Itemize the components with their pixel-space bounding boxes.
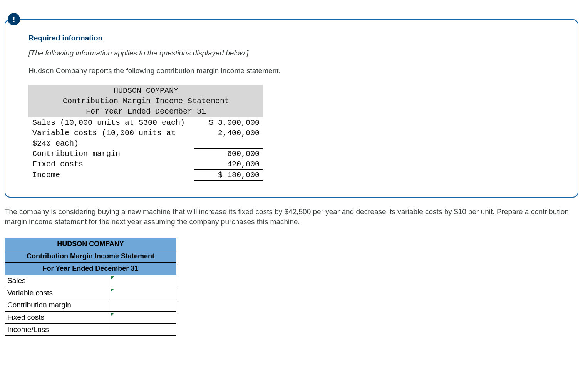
answer-row-label: Sales — [5, 275, 109, 287]
income-row-amount: 420,000 — [194, 159, 263, 170]
income-row-label: Contribution margin — [28, 149, 194, 159]
answer-row-label: Contribution margin — [5, 299, 109, 312]
income-row-label: Income — [28, 170, 194, 181]
income-row: Contribution margin 600,000 — [28, 149, 263, 159]
info-box: Required information [The following info… — [5, 19, 578, 198]
income-row-amount: 600,000 — [194, 149, 263, 159]
answer-row: Contribution margin — [5, 299, 176, 312]
answer-title: Contribution Margin Income Statement — [5, 250, 176, 262]
income-row-label: Sales (10,000 units at $300 each) — [28, 117, 194, 128]
income-row: Income $ 180,000 — [28, 170, 263, 181]
answer-table: HUDSON COMPANY Contribution Margin Incom… — [5, 238, 176, 336]
income-row-label: Variable costs (10,000 units at $240 eac… — [28, 128, 194, 149]
income-row-amount: 2,400,000 — [194, 128, 263, 149]
income-statement-header: HUDSON COMPANY Contribution Margin Incom… — [28, 85, 263, 117]
income-row: Fixed costs 420,000 — [28, 159, 263, 170]
answer-period: For Year Ended December 31 — [5, 262, 176, 275]
answer-row-label: Variable costs — [5, 287, 109, 299]
answer-input-fixed-costs[interactable] — [109, 311, 176, 323]
answer-row-label: Income/Loss — [5, 323, 109, 336]
income-row-amount: $ 180,000 — [194, 170, 263, 181]
required-information-heading: Required information — [28, 33, 558, 44]
income-row-label: Fixed costs — [28, 159, 194, 170]
answer-row: Variable costs — [5, 287, 176, 299]
answer-output-income-loss — [109, 323, 176, 336]
income-company: HUDSON COMPANY — [32, 85, 260, 96]
question-text: The company is considering buying a new … — [5, 207, 578, 226]
answer-row-label: Fixed costs — [5, 311, 109, 323]
answer-row: Sales — [5, 275, 176, 287]
income-row-amount: $ 3,000,000 — [194, 117, 263, 128]
answer-company: HUDSON COMPANY — [5, 238, 176, 250]
income-statement-table: HUDSON COMPANY Contribution Margin Incom… — [28, 85, 263, 182]
answer-row: Fixed costs — [5, 311, 176, 323]
answer-input-sales[interactable] — [109, 275, 176, 287]
intro-text: Hudson Company reports the following con… — [28, 66, 558, 76]
applies-note: [The following information applies to th… — [28, 48, 558, 59]
answer-output-contribution-margin — [109, 299, 176, 312]
info-badge-icon: ! — [8, 13, 20, 25]
income-row: Variable costs (10,000 units at $240 eac… — [28, 128, 263, 149]
income-row: Sales (10,000 units at $300 each) $ 3,00… — [28, 117, 263, 128]
answer-input-variable-costs[interactable] — [109, 287, 176, 299]
answer-row: Income/Loss — [5, 323, 176, 336]
required-information-section: ! Required information [The following in… — [5, 19, 578, 198]
income-title: Contribution Margin Income Statement — [32, 96, 260, 106]
income-period: For Year Ended December 31 — [32, 106, 260, 117]
